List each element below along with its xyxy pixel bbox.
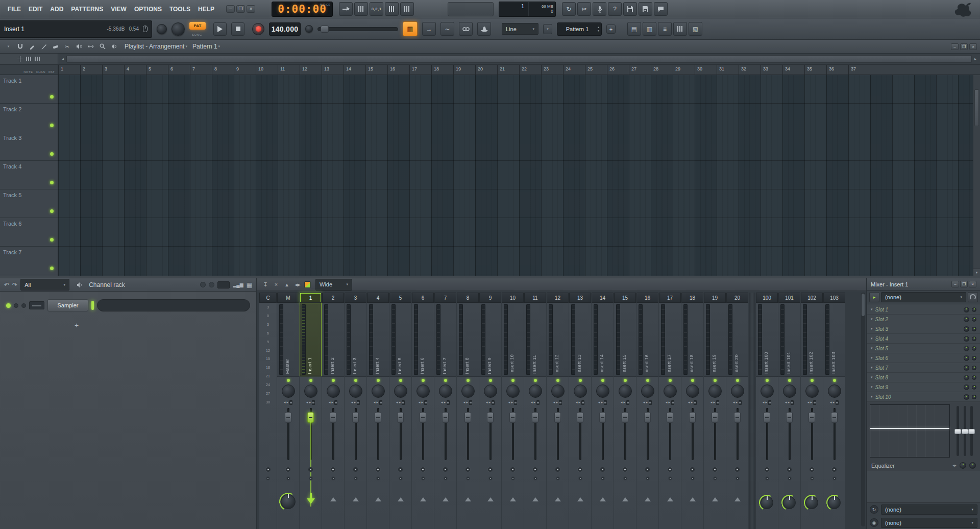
effect-slot[interactable]: ▾ Slot 7 (867, 363, 980, 373)
strip-pan-knob[interactable] (761, 384, 774, 398)
strip-mute-led[interactable] (511, 377, 514, 383)
strip-stereo-controls[interactable]: ◂▸ (666, 399, 674, 406)
strip-meter[interactable]: Insert 101 (778, 303, 800, 377)
route-toggle-icon[interactable] (734, 497, 741, 501)
slot-enable-knob[interactable] (964, 384, 969, 390)
help-button[interactable]: ? (608, 2, 622, 16)
strip-number[interactable]: 19 (704, 293, 726, 303)
effect-slot[interactable]: ▾ Slot 2 (867, 315, 980, 324)
strip-number[interactable]: 3 (345, 293, 366, 303)
strip-record-dot[interactable] (736, 476, 740, 480)
strip-solo-dot[interactable] (667, 467, 673, 472)
toggle-playlist-button[interactable]: ▤ (627, 22, 641, 36)
channel-selected-led[interactable] (91, 301, 94, 310)
strip-pan-knob[interactable] (349, 384, 362, 398)
strip-stereo-controls[interactable]: ◂▸ (807, 399, 816, 406)
mixer-strip-13[interactable]: 13 Insert 13 ◂▸ (569, 293, 591, 529)
route-toggle-icon[interactable] (420, 497, 426, 501)
strip-stereo-controls[interactable]: ◂▸ (688, 399, 697, 406)
strip-stereo-controls[interactable]: ◂▸ (733, 399, 742, 406)
strip-pan-knob[interactable] (664, 384, 677, 398)
strip-mute-led[interactable] (788, 377, 791, 383)
track-led[interactable] (50, 95, 54, 99)
strip-volume-fader[interactable] (502, 406, 524, 462)
strip-stereo-controls[interactable]: ◂▸ (785, 399, 794, 406)
fader-handle[interactable] (487, 412, 494, 423)
chevron-down-icon[interactable]: ▾ (185, 44, 187, 49)
strip-mute-led[interactable] (833, 377, 836, 383)
channel-button[interactable]: Sampler (47, 299, 88, 311)
strip-record-dot[interactable] (354, 476, 358, 480)
chevron-down-icon[interactable]: ▾ (871, 336, 873, 341)
route-toggle-icon[interactable] (330, 497, 336, 501)
track-led[interactable] (50, 181, 54, 184)
strip-meter[interactable]: Insert 9 (479, 303, 501, 377)
fader-handle[interactable] (397, 412, 404, 423)
strip-pan-knob[interactable] (394, 384, 407, 398)
menu-view[interactable]: VIEW (107, 4, 130, 14)
mixer-strip-101[interactable]: 101 Insert 101 ◂▸ (778, 293, 800, 529)
track-header[interactable]: Track 6 (0, 218, 58, 247)
strip-volume-fader[interactable] (300, 406, 322, 462)
strip-volume-fader[interactable] (756, 406, 778, 462)
graph-editor-icon[interactable]: ▂▄▆ (233, 282, 243, 287)
song-mode-label[interactable]: SONG (192, 33, 202, 36)
channel-volume-knob[interactable] (21, 303, 26, 308)
slide-icon[interactable] (26, 57, 32, 61)
playlist-minimize-button[interactable]: – (951, 43, 959, 50)
strip-meter[interactable]: Insert 12 (547, 303, 569, 377)
mixer-strip-12[interactable]: 12 Insert 12 ◂▸ (547, 293, 569, 529)
strip-volume-fader[interactable] (801, 406, 823, 462)
link-button[interactable] (459, 22, 473, 36)
detach-icon[interactable]: × (272, 281, 280, 287)
strip-number[interactable]: 7 (434, 293, 456, 303)
close-button[interactable]: × (247, 5, 255, 13)
mixer-strip-103[interactable]: 103 Insert 103 ◂▸ (823, 293, 845, 529)
strip-record-dot[interactable] (623, 476, 627, 480)
strip-meter[interactable]: Insert 17 (659, 303, 681, 377)
strip-stereo-controls[interactable]: ◂▸ (396, 399, 405, 406)
mixer-strip-M[interactable]: M Master ◂▸ (277, 293, 299, 529)
strip-stereo-controls[interactable]: ◂▸ (763, 399, 771, 406)
paint-tool-button[interactable] (38, 41, 49, 52)
strip-solo-dot[interactable] (265, 467, 271, 472)
channel-mixer-target[interactable] (29, 301, 44, 309)
eq-mid-handle[interactable] (962, 429, 968, 434)
eq-swap-icon[interactable]: ◂▸ (952, 463, 957, 468)
strip-volume-fader[interactable] (434, 406, 456, 462)
strip-solo-dot[interactable] (645, 467, 650, 472)
rack-led-2[interactable] (209, 282, 214, 287)
swing-box[interactable] (217, 281, 230, 288)
mixer-strip-1[interactable]: 1 Insert 1 ◂▸ (300, 293, 322, 529)
mixer-strip-C[interactable]: C 3036912151821242730 (259, 293, 277, 529)
track-header[interactable]: Track 1 (0, 75, 58, 104)
layout-color-icon[interactable] (304, 281, 311, 288)
strip-solo-dot[interactable] (734, 467, 740, 472)
fader-handle[interactable] (577, 412, 583, 423)
mixer-strip-8[interactable]: 8 Insert 8 ◂▸ (457, 293, 479, 529)
fader-handle[interactable] (509, 412, 516, 423)
chevron-down-icon[interactable]: ▾ (871, 307, 873, 311)
strip-stereo-controls[interactable]: ◂▸ (553, 399, 562, 406)
strip-record-dot[interactable] (533, 476, 537, 480)
props-maximize-button[interactable]: ❐ (960, 281, 968, 287)
strip-pan-knob[interactable] (731, 384, 744, 398)
restore-button[interactable]: ❐ (236, 5, 245, 13)
scroll-right-button[interactable]: ▸ (972, 55, 979, 63)
slot-enable-knob[interactable] (964, 365, 969, 371)
fader-handle[interactable] (375, 412, 381, 423)
strip-volume-fader[interactable] (823, 406, 845, 462)
strip-volume-fader[interactable] (636, 406, 658, 462)
strip-pan-knob[interactable] (708, 384, 722, 398)
chevron-down-icon[interactable]: ▾ (871, 317, 873, 321)
route-toggle-icon[interactable] (712, 497, 718, 501)
record-audio-button[interactable] (593, 2, 606, 16)
strip-record-dot[interactable] (466, 476, 470, 480)
strip-solo-dot[interactable] (398, 467, 403, 472)
piano-preview-icon[interactable] (35, 57, 40, 61)
strip-solo-dot[interactable] (712, 467, 718, 472)
menu-edit[interactable]: EDIT (25, 4, 46, 14)
fader-handle[interactable] (831, 412, 838, 423)
route-toggle-icon[interactable] (667, 497, 673, 501)
mixer-strip-7[interactable]: 7 Insert 7 ◂▸ (434, 293, 456, 529)
